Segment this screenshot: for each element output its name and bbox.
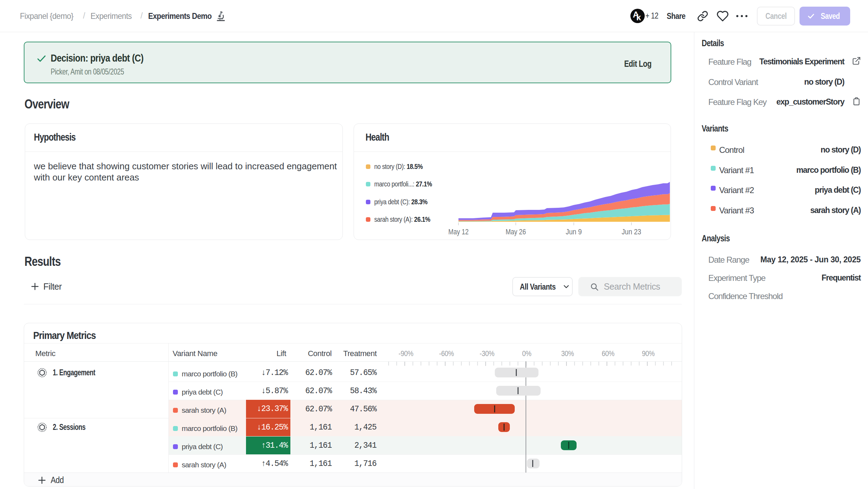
svg-text:May 26: May 26: [506, 227, 526, 236]
svg-text:Jun 9: Jun 9: [566, 227, 582, 236]
svg-text:May 12: May 12: [448, 227, 469, 236]
svg-text:Jun 23: Jun 23: [622, 227, 641, 236]
